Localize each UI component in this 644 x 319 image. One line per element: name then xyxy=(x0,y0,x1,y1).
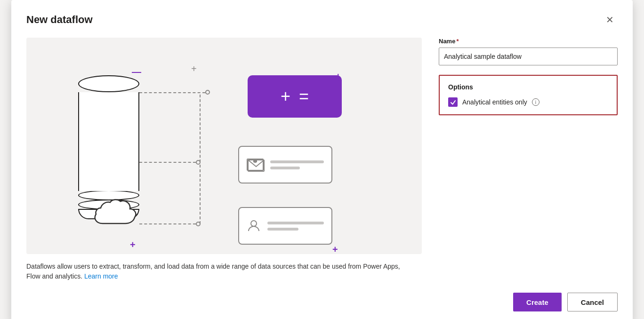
email-envelope-icon xyxy=(247,159,264,171)
person-card-line-2 xyxy=(267,228,298,231)
left-panel: + = xyxy=(26,38,424,281)
description-text: Dataflows allow users to extract, transf… xyxy=(26,262,412,281)
required-star: * xyxy=(456,38,459,45)
options-title: Options xyxy=(448,83,608,91)
cloud-icon xyxy=(92,198,144,232)
analytical-entities-checkbox[interactable] xyxy=(448,97,458,107)
dialog-footer: Create Cancel xyxy=(26,293,618,311)
connector-line-5 xyxy=(200,165,201,224)
options-section: Options Analytical entities only i xyxy=(439,75,618,115)
name-field-label: Name* xyxy=(439,38,618,45)
svg-point-1 xyxy=(251,221,257,226)
info-icon[interactable]: i xyxy=(532,98,539,106)
analytical-entities-row: Analytical entities only i xyxy=(448,97,608,107)
email-card xyxy=(238,146,332,183)
dialog-body: + = xyxy=(26,38,618,281)
name-field-group: Name* xyxy=(439,38,618,65)
right-panel: Name* Options Analytical entities only i xyxy=(439,38,618,281)
cancel-button[interactable]: Cancel xyxy=(567,293,618,311)
person-card-line-1 xyxy=(267,222,324,224)
db-body xyxy=(78,92,139,191)
new-dataflow-dialog: New dataflow ✕ xyxy=(11,0,633,319)
plus-icon: + xyxy=(281,88,290,105)
connector-dot-1 xyxy=(205,90,210,95)
close-button[interactable]: ✕ xyxy=(602,13,618,26)
name-input[interactable] xyxy=(439,48,618,65)
create-button[interactable]: Create xyxy=(513,293,562,311)
deco-dash-1: — xyxy=(132,67,141,76)
add-equals-card: + = xyxy=(248,75,342,118)
dialog-title: New dataflow xyxy=(26,14,93,26)
deco-rect-1: | xyxy=(337,73,339,81)
deco-plus-1: + xyxy=(191,64,197,73)
person-icon xyxy=(247,219,261,233)
dialog-header: New dataflow ✕ xyxy=(26,13,618,26)
email-card-lines xyxy=(270,160,324,169)
card-line-1 xyxy=(270,160,324,163)
connector-line-3 xyxy=(200,95,201,162)
illustration-area: + = xyxy=(26,38,422,254)
person-card-lines xyxy=(267,222,324,231)
analytical-entities-label: Analytical entities only xyxy=(462,98,527,106)
db-top xyxy=(78,75,139,92)
learn-more-link[interactable]: Learn more xyxy=(84,272,118,280)
deco-plus-2: + xyxy=(130,240,136,249)
deco-plus-3: + xyxy=(332,245,338,254)
connector-line-4 xyxy=(139,223,196,224)
equals-icon: = xyxy=(299,88,309,105)
connector-line-1 xyxy=(139,92,205,93)
person-card xyxy=(238,207,332,245)
card-line-2 xyxy=(270,167,300,169)
connector-line-2 xyxy=(139,162,196,163)
